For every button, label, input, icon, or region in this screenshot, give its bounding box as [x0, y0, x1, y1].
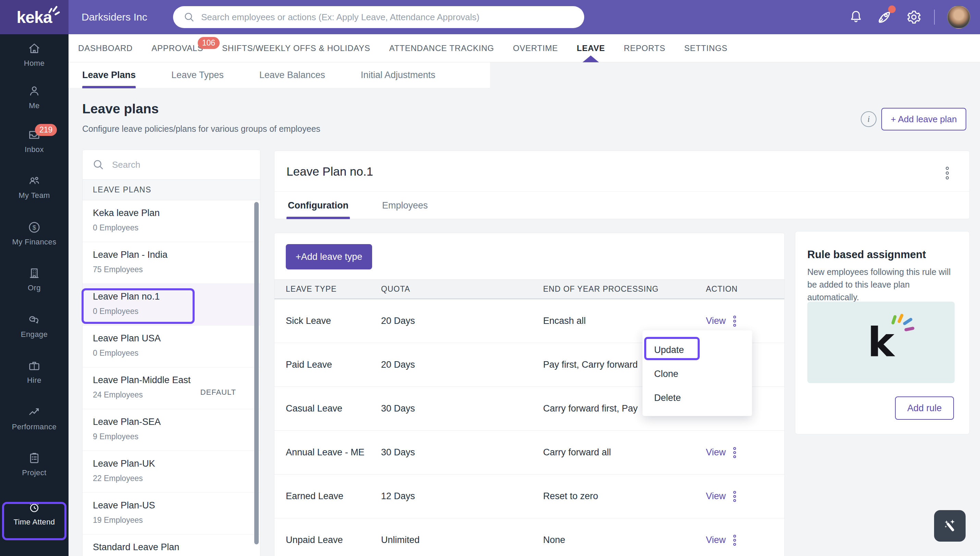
tab-configuration[interactable]: Configuration	[287, 192, 350, 219]
row-kebab-menu[interactable]	[733, 491, 736, 502]
subtab-initial-adjustments[interactable]: Initial Adjustments	[361, 62, 436, 88]
top-bar: keka Darksiders Inc	[0, 0, 980, 34]
plan-item-leave-plan-usa[interactable]: Leave Plan USA 0 Employees	[83, 326, 260, 367]
plan-detail-title: Leave Plan no.1	[287, 165, 373, 178]
table-header-row: LEAVE TYPE QUOTA END OF YEAR PROCESSING …	[274, 280, 784, 299]
sidebar-item-engage[interactable]: Engage	[0, 313, 68, 339]
topbar-divider	[934, 10, 935, 25]
row-kebab-menu[interactable]	[733, 447, 736, 458]
plans-list-scrollbar[interactable]	[254, 202, 259, 545]
magic-wand-icon	[941, 517, 959, 535]
sidebar-item-time-attend[interactable]: Time Attend	[0, 501, 68, 527]
whats-new-button[interactable]	[876, 8, 894, 26]
view-link[interactable]: View	[706, 535, 726, 545]
add-leave-type-button[interactable]: +Add leave type	[286, 244, 372, 270]
view-link[interactable]: View	[706, 316, 726, 326]
tab-employees[interactable]: Employees	[381, 192, 429, 219]
search-icon	[92, 158, 105, 171]
global-search-input[interactable]	[201, 12, 574, 23]
tab-attendance-tracking[interactable]: ATTENDANCE TRACKING	[389, 34, 494, 62]
page-subtitle: Configure leave policies/plans for vario…	[82, 124, 321, 134]
kebab-dot	[946, 176, 949, 179]
column-header-quota: QUOTA	[381, 284, 543, 294]
context-menu-delete[interactable]: Delete	[643, 386, 752, 410]
table-row: Unpaid Leave Unlimited None View	[274, 518, 784, 556]
module-nav: DASHBOARD APPROVALS106 SHIFTS/WEEKLY OFF…	[68, 34, 980, 62]
sidebar-label: My Team	[0, 191, 68, 200]
plan-item-leave-plan-us[interactable]: Leave Plan-US 19 Employees	[83, 493, 260, 535]
kebab-dot	[946, 167, 949, 170]
person-icon	[28, 84, 41, 98]
keka-logo-sparks-icon	[47, 4, 61, 16]
team-icon	[28, 174, 41, 187]
sidebar-item-my-finances[interactable]: $ My Finances	[0, 220, 68, 247]
column-header-action: ACTION	[706, 284, 784, 294]
tab-settings[interactable]: SETTINGS	[684, 34, 727, 62]
tab-approvals[interactable]: APPROVALS106	[151, 34, 203, 62]
default-plan-badge: DEFAULT	[201, 388, 236, 397]
user-avatar[interactable]	[947, 5, 970, 29]
sidebar-item-performance[interactable]: Performance	[0, 406, 68, 432]
sidebar-label: Home	[0, 59, 68, 68]
tab-shifts-weekly-offs-holidays[interactable]: SHIFTS/WEEKLY OFFS & HOLIDAYS	[222, 34, 370, 62]
active-subtab-underline	[82, 86, 136, 88]
rule-illustration: k	[807, 302, 955, 383]
plans-search-box[interactable]	[82, 150, 261, 180]
plan-item-keka-leave-plan[interactable]: Keka leave Plan 0 Employees	[83, 200, 260, 242]
sidebar-item-me[interactable]: Me	[0, 84, 68, 110]
clipboard-icon	[28, 451, 41, 465]
trend-up-icon	[28, 406, 41, 419]
sidebar-item-home[interactable]: Home	[0, 42, 68, 68]
plan-item-leave-plan-india[interactable]: Leave Plan - India 75 Employees	[83, 242, 260, 284]
sidebar-item-hire[interactable]: Hire	[0, 359, 68, 385]
keka-logo[interactable]: keka	[0, 0, 68, 34]
settings-button[interactable]	[906, 9, 922, 25]
plan-item-leave-plan-sea[interactable]: Leave Plan-SEA 9 Employees	[83, 409, 260, 451]
view-link[interactable]: View	[706, 447, 726, 458]
plans-search-input[interactable]	[112, 160, 251, 170]
plans-list-header: LEAVE PLANS	[82, 180, 261, 200]
leave-plans-panel: LEAVE PLANS Keka leave Plan 0 Employees …	[82, 150, 261, 556]
plan-item-leave-plan-uk[interactable]: Leave Plan-UK 22 Employees	[83, 451, 260, 493]
add-rule-button[interactable]: Add rule	[895, 396, 954, 420]
subtab-leave-plans[interactable]: Leave Plans	[82, 62, 136, 88]
notifications-button[interactable]	[849, 10, 863, 25]
keka-k-sparks-icon	[889, 313, 917, 336]
tab-leave[interactable]: LEAVE	[577, 34, 605, 62]
sidebar-item-my-team[interactable]: My Team	[0, 174, 68, 200]
sidebar-label: Project	[0, 468, 68, 477]
sidebar-label: Inbox	[0, 145, 68, 154]
add-leave-plan-button[interactable]: + Add leave plan	[881, 108, 966, 131]
subtab-leave-balances[interactable]: Leave Balances	[259, 62, 325, 88]
bell-icon	[849, 10, 863, 25]
info-icon[interactable]: i	[861, 111, 876, 127]
context-menu-clone[interactable]: Clone	[643, 362, 752, 386]
dollar-circle-icon: $	[28, 220, 41, 234]
tab-overtime[interactable]: OVERTIME	[513, 34, 558, 62]
subtab-leave-types[interactable]: Leave Types	[171, 62, 224, 88]
sidebar-item-project[interactable]: Project	[0, 451, 68, 477]
view-link[interactable]: View	[706, 491, 726, 501]
approvals-badge: 106	[198, 37, 220, 49]
sidebar-label: Hire	[0, 376, 68, 385]
sidebar-item-inbox[interactable]: 219 Inbox	[0, 128, 68, 154]
briefcase-icon	[28, 359, 41, 372]
global-search[interactable]	[173, 6, 584, 28]
context-menu-update[interactable]: Update	[643, 338, 752, 362]
plan-item-leave-plan-middle-east[interactable]: Leave Plan-Middle East 24 Employees DEFA…	[83, 367, 260, 409]
app-sidebar: Home Me 219 Inbox My Team $ My Finances …	[0, 34, 68, 556]
row-kebab-menu[interactable]	[733, 535, 736, 546]
tab-dashboard[interactable]: DASHBOARD	[78, 34, 133, 62]
rule-panel-description: New employees following this rule will b…	[807, 266, 960, 304]
plan-item-standard-leave-plan[interactable]: Standard Leave Plan	[83, 535, 260, 556]
alarm-clock-icon	[28, 501, 41, 514]
magic-wand-button[interactable]	[934, 510, 965, 541]
plan-detail-kebab-menu[interactable]	[946, 167, 949, 179]
sidebar-item-org[interactable]: Org	[0, 267, 68, 293]
column-header-end-of-year: END OF YEAR PROCESSING	[543, 284, 706, 294]
sidebar-label: Time Attend	[0, 518, 68, 527]
row-kebab-menu[interactable]	[733, 316, 736, 326]
tab-reports[interactable]: REPORTS	[624, 34, 666, 62]
leave-sub-nav: Leave Plans Leave Types Leave Balances I…	[68, 62, 490, 88]
plan-item-leave-plan-no1[interactable]: Leave Plan no.1 0 Employees	[83, 284, 260, 326]
